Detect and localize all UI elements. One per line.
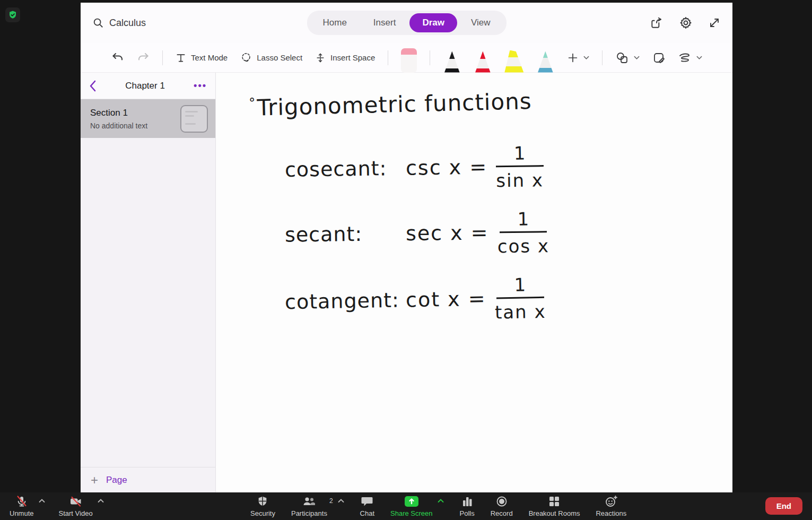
notebook-title: Chapter 1 [97, 81, 194, 91]
insert-space-icon [315, 52, 326, 64]
red-pen-tool[interactable] [474, 51, 492, 73]
add-page-label: Page [106, 475, 127, 486]
redo-button[interactable] [137, 51, 150, 64]
note-pen-icon [652, 51, 665, 64]
tab-draw[interactable]: Draw [409, 13, 457, 32]
lasso-select-button[interactable]: Lasso Select [240, 52, 302, 64]
meeting-security-badge[interactable] [5, 7, 20, 22]
record-button[interactable]: Record [491, 495, 513, 517]
breakout-grid-icon [548, 495, 561, 508]
polls-button[interactable]: Polls [460, 495, 475, 517]
participants-button[interactable]: Participants [291, 495, 327, 517]
lasso-select-label: Lasso Select [257, 53, 302, 62]
security-shield-icon [257, 495, 268, 508]
draw-toolbar: Text Mode Lasso Select Insert Space [81, 43, 732, 73]
zoom-meeting-toolbar: Unmute Start Video Security [0, 492, 812, 520]
security-label: Security [250, 509, 275, 517]
page-subtitle: No additional text [90, 122, 180, 130]
unmute-button[interactable]: Unmute [10, 495, 34, 517]
camera-off-icon [69, 495, 83, 508]
tab-home[interactable]: Home [310, 13, 359, 32]
shapes-button[interactable] [615, 51, 640, 64]
pages-sidebar: Chapter 1 ••• Section 1 No additional te… [81, 73, 216, 492]
toolbar-divider [388, 50, 388, 65]
insert-space-button[interactable]: Insert Space [315, 52, 375, 64]
add-pen-button[interactable] [567, 52, 589, 64]
participants-icon [302, 495, 317, 508]
formula-row-cotangent: cotangent: cot x = 1 tan x [284, 268, 732, 329]
polls-label: Polls [460, 509, 475, 517]
yellow-highlighter-tool[interactable] [504, 50, 523, 73]
settings-gear-icon[interactable] [679, 16, 693, 30]
ink-squiggle-icon [678, 52, 692, 64]
record-circle-icon [495, 495, 508, 508]
share-screen-icon [404, 495, 420, 508]
formula-name: cosecant: [285, 157, 406, 181]
more-options-button[interactable]: ••• [194, 80, 207, 91]
note-canvas[interactable]: °Trigonometric functions cosecant: csc x… [216, 73, 732, 492]
search-input[interactable] [109, 18, 189, 29]
tab-insert[interactable]: Insert [361, 13, 409, 32]
text-mode-label: Text Mode [191, 53, 228, 62]
mic-muted-icon [15, 495, 28, 508]
page-title: Section 1 [90, 108, 180, 118]
ribbon-tabs: Home Insert Draw View [307, 11, 506, 35]
onenote-window: Home Insert Draw View [81, 3, 732, 492]
page-thumbnail [180, 105, 208, 133]
search-field[interactable] [92, 17, 189, 29]
teal-pen-tool[interactable] [536, 51, 554, 73]
fraction-numerator: 1 [499, 208, 547, 233]
end-meeting-button[interactable]: End [765, 497, 802, 515]
polls-bars-icon [461, 495, 473, 508]
undo-button[interactable] [111, 51, 124, 64]
security-button[interactable]: Security [250, 495, 275, 517]
fraction: 1 tan x [494, 273, 546, 323]
breakout-rooms-button[interactable]: Breakout Rooms [529, 495, 580, 517]
shield-check-icon [8, 10, 18, 20]
black-pen-tool[interactable] [443, 51, 461, 73]
add-page-button[interactable]: + Page [81, 467, 215, 492]
toolbar-divider [430, 50, 430, 65]
reactions-button[interactable]: Reactions [596, 495, 626, 517]
formula-name: secant: [285, 222, 406, 246]
eraser-tool[interactable] [401, 48, 417, 73]
search-icon [92, 17, 104, 29]
share-screen-button[interactable]: Share Screen [390, 495, 433, 517]
fraction: 1 sin x [495, 142, 544, 191]
chevron-up-icon[interactable] [338, 499, 344, 503]
formula-row-cosecant: cosecant: csc x = 1 sin x [284, 137, 732, 196]
handwritten-title: °Trigonometric functions [249, 83, 732, 121]
expand-icon[interactable] [708, 16, 721, 29]
chat-button[interactable]: Chat [360, 495, 374, 517]
chevron-up-icon[interactable] [438, 499, 444, 503]
participants-count-badge: 2 [329, 497, 333, 505]
page-list-item-section1[interactable]: Section 1 No additional text [81, 99, 215, 138]
bullet-mark: ° [249, 96, 256, 110]
chevron-down-icon [583, 56, 589, 60]
start-video-button[interactable]: Start Video [59, 495, 93, 517]
formula-row-secant: secant: sec x = 1 cos x [284, 204, 732, 262]
share-screen-label: Share Screen [390, 509, 433, 517]
fraction-denominator: sin x [496, 167, 544, 191]
share-icon[interactable] [650, 16, 663, 30]
back-button[interactable] [89, 80, 97, 92]
plus-icon: + [91, 474, 98, 487]
shapes-icon [615, 51, 629, 64]
fraction-denominator: cos x [497, 232, 550, 257]
toolbar-divider [162, 50, 163, 65]
tab-view[interactable]: View [458, 13, 503, 32]
toolbar-divider [602, 50, 603, 65]
chevron-up-icon[interactable] [98, 499, 104, 503]
chevron-down-icon [634, 56, 640, 60]
fraction-denominator: tan x [495, 298, 546, 323]
fraction-numerator: 1 [495, 142, 543, 167]
formula-lhs: cot x = [406, 287, 486, 312]
window-actions [650, 16, 721, 30]
participants-label: Participants [291, 509, 327, 517]
sidebar-header: Chapter 1 ••• [81, 73, 215, 99]
note-pen-button[interactable] [652, 51, 665, 64]
fraction: 1 cos x [497, 208, 549, 257]
text-mode-button[interactable]: Text Mode [176, 53, 228, 63]
chevron-up-icon[interactable] [39, 499, 45, 503]
ink-options-button[interactable] [678, 52, 702, 64]
